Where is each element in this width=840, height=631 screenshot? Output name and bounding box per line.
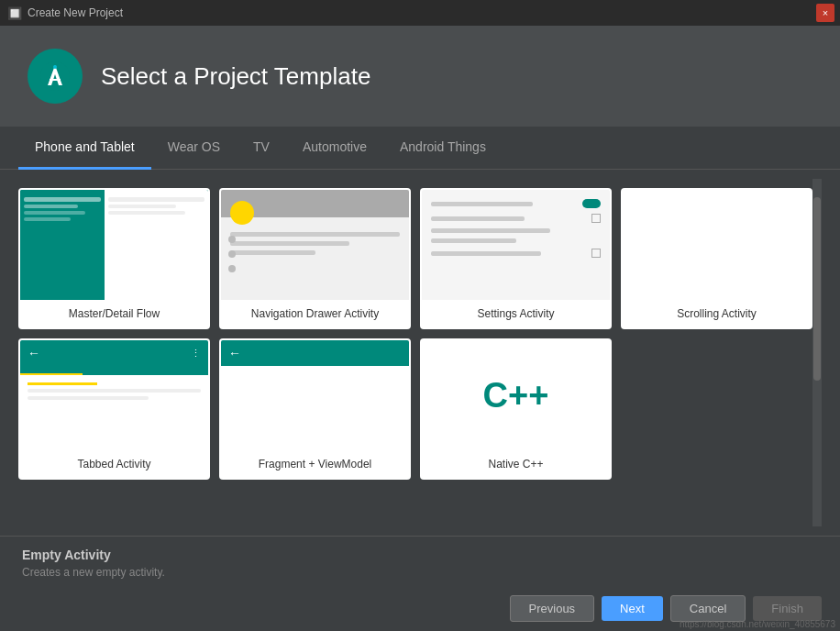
card-label-settings: Settings Activity [422,300,610,327]
template-card-tabbed[interactable]: ← ⋮ [18,338,210,480]
card-preview-fragment-viewmodel: ← [221,340,409,450]
svg-point-3 [53,65,57,69]
template-card-master-detail[interactable]: Master/Detail Flow [18,188,210,329]
templates-grid: Master/Detail Flow [18,179,812,489]
content-area: Phone and Tablet Wear OS TV Automotive A… [0,127,840,631]
card-label-master-detail: Master/Detail Flow [20,300,208,327]
card-label-nav-drawer: Navigation Drawer Activity [221,300,409,327]
footer-info: Empty Activity Creates a new empty activ… [0,536,840,586]
template-card-native-cpp[interactable]: C++ Native C++ [420,338,612,480]
tab-android-things[interactable]: Android Things [383,127,503,170]
card-label-scrolling: Scrolling Activity [623,300,811,327]
header: Select a Project Template [0,26,840,127]
card-preview-settings [422,190,610,300]
template-card-nav-drawer[interactable]: Navigation Drawer Activity [219,188,411,329]
android-logo-svg [39,60,72,93]
cancel-button[interactable]: Cancel [670,595,746,622]
card-preview-native-cpp: C++ [422,340,610,450]
card-preview-master-detail [20,190,208,300]
previous-button[interactable]: Previous [510,595,595,622]
card-preview-scrolling [623,190,811,300]
template-card-settings[interactable]: Settings Activity [420,188,612,329]
title-bar-text: Create New Project [28,6,833,19]
dialog: Select a Project Template Phone and Tabl… [0,26,840,631]
android-logo [28,49,83,104]
tab-phone-tablet[interactable]: Phone and Tablet [18,127,151,170]
template-card-scrolling[interactable]: Scrolling Activity [621,188,812,329]
tab-tv[interactable]: TV [237,127,286,170]
tab-automotive[interactable]: Automotive [286,127,383,170]
next-button[interactable]: Next [602,596,663,621]
title-bar: 🔲 Create New Project × [0,0,840,26]
grid-scroll[interactable]: Master/Detail Flow [18,179,812,526]
page-title: Select a Project Template [101,62,370,91]
scrollbar[interactable] [812,179,822,526]
card-label-tabbed: Tabbed Activity [20,450,208,478]
scrollbar-thumb[interactable] [813,197,821,381]
tabs-bar: Phone and Tablet Wear OS TV Automotive A… [0,127,840,170]
card-label-fragment-viewmodel: Fragment + ViewModel [221,450,409,478]
card-preview-tabbed: ← ⋮ [20,340,208,450]
close-button[interactable]: × [816,4,834,22]
grid-area: Master/Detail Flow [0,170,840,536]
card-preview-nav-drawer [221,190,409,300]
app-icon: 🔲 [7,6,22,20]
selected-template-description: Creates a new empty activity. [22,566,818,579]
template-card-fragment-viewmodel[interactable]: ← Fragment + ViewModel [219,338,411,480]
tab-wear-os[interactable]: Wear OS [151,127,237,170]
watermark: https://blog.csdn.net/weixin_40855673 [680,619,835,629]
selected-template-name: Empty Activity [22,548,818,562]
finish-button[interactable]: Finish [753,596,822,621]
card-label-native-cpp: Native C++ [422,450,610,478]
